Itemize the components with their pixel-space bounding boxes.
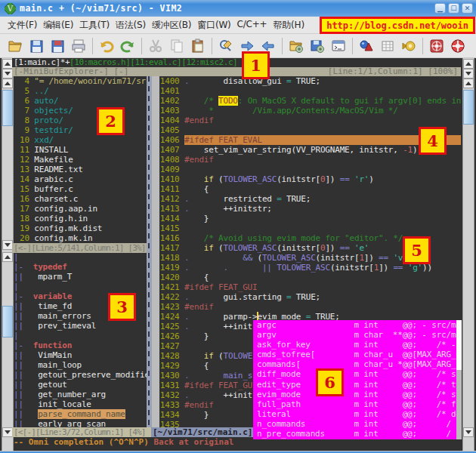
scroll-down-button[interactable] (2, 240, 13, 250)
run-ctags-icon[interactable] (380, 39, 395, 54)
code-line[interactable]: 1401 (159, 86, 461, 96)
make-icon[interactable] (359, 39, 374, 54)
open-file-icon[interactable] (8, 39, 23, 54)
scroll-up-button[interactable] (2, 79, 13, 88)
completion-item[interactable]: argc m int @@; - src/mai (253, 320, 462, 330)
menu-f[interactable]: 文件(F) (5, 17, 40, 34)
scroll-up-button[interactable] (463, 79, 474, 88)
find-replace-icon[interactable] (218, 39, 233, 54)
code-line[interactable]: 1423#endif (159, 302, 461, 312)
code-line[interactable]: 1411 { (159, 184, 461, 194)
explorer-line[interactable]: 16 charset.c (14, 194, 147, 204)
load-session-icon[interactable] (289, 39, 304, 54)
completion-item[interactable]: cmds_tofree[ m char_u @@[MAX_ARG_C (253, 350, 462, 359)
menu-h[interactable]: 帮助(H) (270, 17, 307, 34)
explorer-line[interactable]: 18 config.h.in (14, 214, 147, 223)
scrollbar-thumb[interactable] (463, 90, 474, 125)
maximize-button[interactable]: ☐ (448, 3, 459, 14)
taglist-line[interactable]: || early_arg_scan (14, 420, 147, 427)
explorer-line[interactable]: 4 "= /home/wooin/vim71/src/ (14, 76, 147, 86)
code-line[interactable]: 1400. disallow_gui = TRUE; (159, 76, 461, 86)
completion-item[interactable]: literal m int @@; /* don (253, 409, 462, 419)
scrollbar-thumb[interactable] (2, 306, 13, 337)
code-line[interactable]: 1414 } (159, 214, 461, 223)
menu-s[interactable]: 语法(S) (113, 17, 149, 34)
code-line[interactable]: 1408#endif (159, 155, 461, 165)
explorer-line[interactable]: 6 auto/ (14, 96, 147, 106)
minimize-button[interactable]: ▁ (434, 3, 446, 14)
completion-item[interactable]: n_pre_commands m int @@; / (253, 429, 462, 439)
help-icon[interactable] (450, 39, 465, 54)
code-line[interactable]: 1422. gui.starting = TRUE; (159, 292, 461, 302)
scroll-down-button[interactable] (463, 427, 474, 437)
explorer-line[interactable]: 10 xxd/ (14, 135, 147, 145)
menu-cc[interactable]: C/C++ (234, 17, 270, 34)
save-session-icon[interactable] (310, 39, 325, 54)
redo-icon[interactable] (120, 39, 135, 54)
tag-jump-icon[interactable] (401, 39, 416, 54)
popup-scrollbar-thumb[interactable] (456, 320, 462, 370)
scroll-up-button[interactable] (2, 252, 13, 262)
menu-e[interactable]: 编辑(E) (40, 17, 76, 34)
scroll-down-button[interactable] (2, 427, 13, 437)
code-line[interactable]: 1404#endif (159, 116, 461, 125)
code-line[interactable]: 1407 set_vim_var_string(VV_PROGNAME, ini… (159, 145, 461, 155)
explorer-line[interactable]: 19 config.mk.dist (14, 223, 147, 233)
paste-icon[interactable] (190, 39, 206, 54)
completion-item[interactable]: n_commands m int @@; / (253, 419, 462, 429)
explorer-line[interactable]: 8 proto/ (14, 116, 147, 125)
completion-item[interactable]: ask_for_key m int @@; /* -x (253, 340, 462, 350)
scroll-up-button[interactable] (463, 59, 474, 69)
popup-scrollbar[interactable] (456, 320, 462, 439)
taglist-pane[interactable]: ||- typedef|| mparm_T||- variable|| time… (12, 253, 147, 427)
file-explorer-pane[interactable]: 4 "= /home/wooin/vim71/src/5 ../6 auto/7… (12, 76, 147, 243)
vertical-split-separator[interactable] (147, 76, 152, 427)
taglist-line[interactable]: || prev_timeval (14, 322, 147, 331)
cut-icon[interactable] (148, 39, 163, 54)
explorer-line[interactable]: 7 objects/ (14, 106, 147, 116)
explorer-line[interactable]: 13 README.txt (14, 165, 147, 174)
completion-item[interactable]: full_path m int @@; /* fil (253, 399, 462, 409)
code-line[interactable]: 1409 (159, 165, 461, 174)
code-line[interactable]: 1420 { (159, 273, 461, 282)
scrollbar-thumb[interactable] (2, 90, 13, 126)
explorer-line[interactable]: 12 Makefile (14, 155, 147, 165)
code-line[interactable]: 1403 * /Vim.app/Contents/MacOS/Vim */ (159, 106, 461, 116)
run-script-icon[interactable] (331, 39, 346, 54)
code-line[interactable]: 1406#ifdef FEAT_EVAL (159, 135, 461, 145)
print-icon[interactable] (71, 39, 86, 54)
code-line[interactable]: 1412. restricted = TRUE; (159, 194, 461, 204)
scroll-up-button[interactable] (2, 59, 13, 69)
code-line[interactable]: 1402 /* TODO: On MacOS X default to gui … (159, 96, 461, 106)
completion-item[interactable]: edit_type m int @@; /* typ (253, 380, 462, 390)
explorer-line[interactable]: 17 config.aap.in (14, 204, 147, 214)
code-line[interactable]: 1415 (159, 223, 461, 233)
explorer-line[interactable]: 20 config.mk.in (14, 233, 147, 243)
completion-item[interactable]: argv m char **@@; - src/ma (253, 330, 462, 340)
completion-item[interactable]: diff_mode m int @@; /* sta (253, 369, 462, 379)
omni-completion-popup[interactable]: argc m int @@; - src/maiargv m char **@@… (253, 320, 462, 439)
undo-icon[interactable] (99, 39, 114, 54)
code-line[interactable]: 1421#ifdef FEAT_GUI (159, 282, 461, 292)
save-all-icon[interactable] (50, 39, 65, 54)
find-help-icon[interactable] (429, 39, 444, 54)
code-line[interactable]: 1410 if (TOLOWER_ASC(initstr[0]) == 'r') (159, 174, 461, 184)
menu-t[interactable]: 工具(T) (76, 17, 113, 34)
explorer-line[interactable]: 14 arabic.c (14, 174, 147, 184)
scroll-down-button[interactable] (463, 69, 474, 79)
code-line[interactable]: 1405 (159, 125, 461, 135)
close-button[interactable]: ✕ (462, 3, 473, 14)
completion-item[interactable]: commands[ m char_u *@@[MAX_ARG_ (253, 359, 462, 369)
explorer-line[interactable]: 9 testdir/ (14, 125, 147, 135)
right-scrollbar[interactable] (462, 58, 474, 451)
copy-icon[interactable] (169, 39, 184, 54)
explorer-line[interactable]: 15 buffer.c (14, 184, 147, 194)
completion-item[interactable]: evim_mode m int @@; /* sta (253, 390, 462, 399)
explorer-line[interactable]: 5 ../ (14, 86, 147, 96)
scroll-down-button[interactable] (2, 69, 13, 79)
code-line[interactable]: 1413. ++initstr; (159, 204, 461, 214)
taglist-line[interactable]: || mparm_T (14, 273, 147, 282)
menu-b[interactable]: 缓冲区(B) (149, 17, 194, 34)
explorer-line[interactable]: 11 INSTALL (14, 145, 147, 155)
menu-w[interactable]: 窗口(W) (194, 17, 233, 34)
